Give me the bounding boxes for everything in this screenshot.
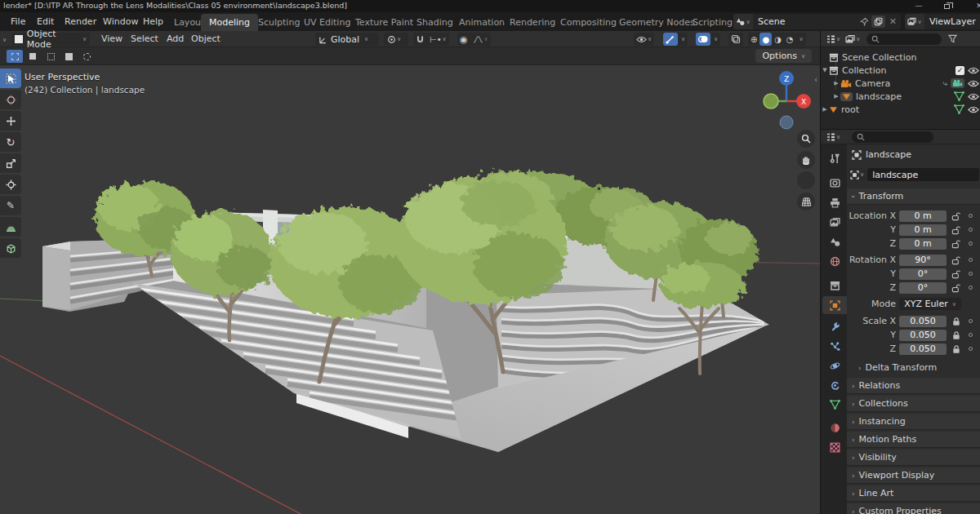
- expand-arrow-icon[interactable]: ▶: [832, 93, 840, 100]
- show-hide-selector[interactable]: ∨: [634, 33, 654, 46]
- outliner-row-scene-collection[interactable]: Scene Collection: [821, 51, 980, 64]
- tab-scene[interactable]: [822, 233, 847, 250]
- close-button[interactable]: ✕: [969, 1, 980, 11]
- tab-object-data[interactable]: [822, 396, 847, 414]
- eye-icon[interactable]: [968, 80, 979, 87]
- tool-rotate[interactable]: ↻: [0, 132, 21, 152]
- tab-modifiers[interactable]: [822, 317, 847, 335]
- outliner-row-root[interactable]: ▶ root: [821, 103, 980, 116]
- lock-open-icon[interactable]: [951, 269, 962, 279]
- panel-relations[interactable]: ›Relations: [847, 378, 980, 394]
- tab-world[interactable]: [822, 252, 847, 270]
- tool-scale[interactable]: [0, 153, 21, 173]
- viewlayer-name[interactable]: ViewLayer: [924, 16, 980, 27]
- shading-material[interactable]: ◑: [772, 33, 784, 46]
- scale-y-field[interactable]: 0.050: [899, 330, 947, 341]
- proportional-edit-toggle[interactable]: ◉: [457, 33, 470, 46]
- tab-tool[interactable]: [822, 149, 847, 167]
- lock-open-icon[interactable]: [951, 225, 962, 235]
- gizmo-dropdown[interactable]: ∨: [678, 33, 688, 46]
- tab-object[interactable]: [822, 296, 847, 314]
- tool-measure[interactable]: [0, 217, 21, 237]
- tab-texture[interactable]: [822, 438, 847, 456]
- viewlayer-type-icon[interactable]: ∨: [905, 14, 924, 29]
- outliner-row-landscape[interactable]: ▶ landscape: [821, 90, 980, 103]
- animate-dot[interactable]: [969, 286, 973, 290]
- animate-dot[interactable]: [969, 319, 973, 323]
- navigation-gizmo[interactable]: Z X: [755, 69, 819, 132]
- pan-button[interactable]: [797, 151, 815, 169]
- outliner-label[interactable]: Collection: [842, 65, 886, 76]
- select-mode-invert[interactable]: [60, 50, 77, 63]
- animate-dot[interactable]: [969, 333, 973, 337]
- scene-name[interactable]: Scene: [753, 16, 858, 27]
- tab-render[interactable]: [822, 174, 847, 192]
- animate-dot[interactable]: [969, 258, 973, 262]
- expand-arrow-icon[interactable]: ▼: [821, 67, 829, 73]
- tab-collection[interactable]: [822, 277, 847, 295]
- eye-icon[interactable]: [968, 93, 979, 100]
- lock-open-icon[interactable]: [951, 283, 962, 293]
- camera-view-button[interactable]: [797, 171, 815, 189]
- select-mode-extend[interactable]: [24, 50, 41, 63]
- lock-open-icon[interactable]: [951, 255, 962, 265]
- overlays-dropdown[interactable]: ∨: [710, 33, 720, 46]
- outliner-label[interactable]: Camera: [855, 78, 890, 89]
- properties-display-mode[interactable]: ∨: [826, 132, 840, 142]
- rotation-z-field[interactable]: 0°: [899, 282, 947, 294]
- select-mode-new[interactable]: [7, 50, 23, 63]
- location-x-field[interactable]: 0 m: [899, 210, 947, 222]
- tool-annotate[interactable]: ✎: [0, 196, 21, 215]
- expand-arrow-icon[interactable]: ▶: [832, 80, 840, 86]
- lock-closed-icon[interactable]: [951, 344, 962, 354]
- expand-arrow-icon[interactable]: ▶: [821, 106, 829, 113]
- outliner-filter-mode[interactable]: ∨: [845, 34, 860, 44]
- pin-icon[interactable]: [860, 17, 869, 26]
- tab-constraints[interactable]: [822, 376, 847, 394]
- menu-select[interactable]: Select: [124, 31, 165, 47]
- eye-icon[interactable]: [968, 67, 979, 74]
- location-y-field[interactable]: 0 m: [899, 224, 947, 236]
- tab-view-layer[interactable]: [822, 213, 847, 231]
- outliner-label[interactable]: Scene Collection: [842, 52, 916, 63]
- restore-button[interactable]: [936, 1, 957, 11]
- pivot-point-selector[interactable]: ∨: [384, 33, 408, 46]
- outliner-display-mode[interactable]: ∨: [826, 34, 840, 44]
- tab-particles[interactable]: [822, 337, 847, 355]
- animate-dot[interactable]: [969, 228, 973, 232]
- eye-icon[interactable]: [968, 106, 979, 113]
- snap-toggle[interactable]: [413, 33, 427, 46]
- outliner-row-camera[interactable]: ▶ Camera ⤷: [821, 77, 980, 90]
- delta-transform-panel[interactable]: › Delta Transform: [858, 361, 937, 374]
- tool-cursor[interactable]: [0, 90, 21, 109]
- falloff-selector[interactable]: ∨: [470, 33, 491, 46]
- new-scene-button[interactable]: [871, 16, 885, 28]
- location-z-field[interactable]: 0 m: [899, 238, 947, 250]
- lock-open-icon[interactable]: [951, 211, 962, 221]
- scale-z-field[interactable]: 0.050: [899, 343, 947, 355]
- options-button[interactable]: Options ∨: [755, 49, 812, 63]
- panel-motion-paths[interactable]: ›Motion Paths: [847, 432, 980, 448]
- select-mode-subtract[interactable]: [42, 50, 59, 63]
- tab-material[interactable]: [822, 419, 847, 436]
- minimize-button[interactable]: —: [908, 1, 929, 11]
- lock-closed-icon[interactable]: [951, 330, 962, 340]
- shading-solid[interactable]: ●: [760, 33, 772, 46]
- tool-transform[interactable]: [0, 175, 21, 194]
- viewlayer-selector[interactable]: ∨ ViewLayer: [905, 14, 980, 29]
- xray-toggle[interactable]: [728, 33, 743, 46]
- panel-custom-properties[interactable]: ›Custom Properties: [847, 503, 980, 514]
- tab-physics[interactable]: [822, 357, 847, 374]
- zoom-button[interactable]: [797, 130, 815, 148]
- rotation-mode-dropdown[interactable]: XYZ Euler ∨: [899, 298, 961, 310]
- tool-select-box[interactable]: [0, 69, 21, 88]
- outliner-label[interactable]: root: [841, 104, 859, 115]
- panel-line-art[interactable]: ›Line Art: [847, 485, 980, 502]
- scene-type-icon[interactable]: ∨: [733, 14, 753, 29]
- object-id-dropdown[interactable]: ∨: [849, 168, 866, 181]
- tool-move[interactable]: [0, 111, 21, 131]
- ortho-toggle-button[interactable]: [797, 193, 815, 210]
- transform-panel-header[interactable]: › Transform: [847, 188, 980, 205]
- mode-selector[interactable]: Object Mode ∨: [11, 33, 90, 46]
- select-mode-intersect[interactable]: [78, 50, 95, 63]
